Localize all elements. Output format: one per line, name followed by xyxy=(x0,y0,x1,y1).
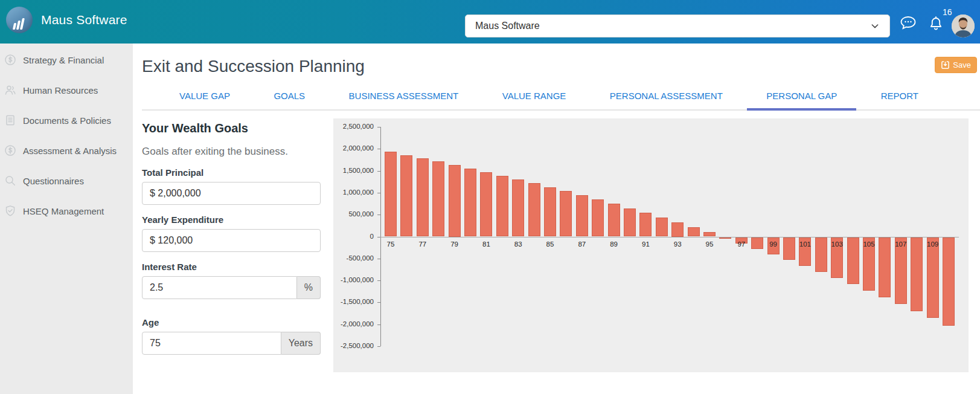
bar-age-83 xyxy=(512,179,524,237)
years-addon: Years xyxy=(281,332,321,355)
bar-age-79 xyxy=(449,165,461,237)
bar-age-82 xyxy=(496,176,508,237)
bar-age-89 xyxy=(608,204,620,236)
tab-value-gap[interactable]: VALUE GAP xyxy=(160,84,249,111)
chart-x-tick-label: 87 xyxy=(574,241,591,248)
wealth-goals-form: Your Wealth Goals Goals after exiting th… xyxy=(142,118,321,372)
chart-y-tick-label: -500,000 xyxy=(333,254,374,262)
chart-x-tick-label: 97 xyxy=(733,241,750,248)
total-principal-input[interactable] xyxy=(142,182,321,205)
sidebar-item-label: Human Resources xyxy=(23,85,98,95)
sidebar-item-questionnaires[interactable]: Questionnaires xyxy=(0,166,133,196)
bar-age-90 xyxy=(624,208,636,237)
chart-y-tick xyxy=(377,325,380,325)
sidebar-item-documents-policies[interactable]: Documents & Policies xyxy=(0,105,133,135)
bar-age-88 xyxy=(592,199,604,236)
chart-x-tick-label: 83 xyxy=(510,241,527,248)
chart-y-tick-label: 0 xyxy=(333,233,374,240)
sidebar-item-label: Assessment & Analysis xyxy=(23,146,117,156)
sidebar: Strategy & Financial Human Resources Doc… xyxy=(0,44,133,394)
tab-personal-gap[interactable]: PERSONAL GAP xyxy=(747,84,856,111)
sidebar-item-label: Strategy & Financial xyxy=(23,55,104,65)
chart-y-tick-label: 2,500,000 xyxy=(333,123,374,130)
chart-x-tick-label: 91 xyxy=(637,241,654,248)
organization-select-value: Maus Software xyxy=(475,21,870,31)
age-input[interactable] xyxy=(142,332,281,355)
chart-y-tick-label: 1,000,000 xyxy=(333,189,374,196)
sidebar-item-assessment-analysis[interactable]: Assessment & Analysis xyxy=(0,135,133,166)
sidebar-item-label: Questionnaires xyxy=(23,176,84,186)
chart-x-tick-label: 75 xyxy=(382,241,399,248)
top-header: Maus Software Maus Software 16 xyxy=(0,0,980,44)
search-icon xyxy=(4,175,16,187)
chart-x-tick-label: 99 xyxy=(765,241,782,248)
personal-gap-chart: 2,500,0002,000,0001,500,0001,000,000500,… xyxy=(333,118,969,372)
dollar-circle-icon xyxy=(4,144,16,157)
chart-x-tick-label: 105 xyxy=(860,241,877,248)
chart-y-tick xyxy=(377,302,380,303)
bar-age-80 xyxy=(464,169,476,237)
chart-x-tick-label: 89 xyxy=(606,241,623,248)
tab-value-range[interactable]: VALUE RANGE xyxy=(483,84,586,111)
sidebar-item-human-resources[interactable]: Human Resources xyxy=(0,75,133,105)
sidebar-item-label: Documents & Policies xyxy=(23,115,111,126)
interest-rate-input[interactable] xyxy=(142,276,297,299)
brand-title: Maus Software xyxy=(41,13,127,27)
bar-age-93 xyxy=(671,222,684,237)
bar-age-100 xyxy=(783,237,795,260)
interest-rate-label: Interest Rate xyxy=(142,262,321,272)
brand: Maus Software xyxy=(6,7,127,33)
bar-age-91 xyxy=(639,213,652,236)
bar-age-104 xyxy=(847,237,859,285)
chart-x-tick-label: 107 xyxy=(892,241,909,248)
total-principal-label: Total Principal xyxy=(142,167,321,178)
chart-x-tick-label: 85 xyxy=(542,241,559,248)
tab-goals[interactable]: GOALS xyxy=(254,84,324,111)
chart-x-tick-label: 77 xyxy=(414,241,431,248)
document-icon xyxy=(4,114,16,126)
main-content: Exit and Succession Planning Save VALUE … xyxy=(133,44,980,394)
chart-y-tick-label: -1,000,000 xyxy=(333,276,374,283)
chart-y-tick xyxy=(377,259,380,259)
bar-age-98 xyxy=(751,237,763,249)
notifications-bell-icon[interactable] xyxy=(929,16,943,34)
chart-x-tick-label: 101 xyxy=(796,241,813,248)
chart-x-tick-label: 81 xyxy=(478,241,495,248)
tab-business-assessment[interactable]: BUSINESS ASSESSMENT xyxy=(330,84,478,111)
chart-y-tick-label: 1,500,000 xyxy=(333,167,374,174)
organization-select[interactable]: Maus Software xyxy=(465,15,890,37)
bar-age-95 xyxy=(703,232,716,236)
chart-y-tick xyxy=(377,171,380,172)
bar-age-96 xyxy=(719,237,731,239)
chart-y-tick xyxy=(377,149,380,149)
bar-age-78 xyxy=(432,161,444,236)
save-button-label: Save xyxy=(953,60,971,69)
bar-age-110 xyxy=(943,237,955,326)
bar-age-84 xyxy=(528,183,540,236)
bar-age-75 xyxy=(385,152,397,236)
chart-y-tick-label: 2,000,000 xyxy=(333,144,374,152)
tab-personal-assessment[interactable]: PERSONAL ASSESSMENT xyxy=(591,84,742,111)
chart-y-tick-label: 500,000 xyxy=(333,210,374,218)
chart-y-tick-label: -2,500,000 xyxy=(333,342,374,349)
chart-x-tick-label: 79 xyxy=(446,241,463,248)
bar-age-85 xyxy=(544,187,556,237)
bar-age-106 xyxy=(879,237,891,298)
sidebar-item-hseq-management[interactable]: HSEQ Management xyxy=(0,196,133,226)
user-avatar[interactable] xyxy=(952,15,975,37)
bar-age-76 xyxy=(400,155,412,237)
yearly-expenditure-input[interactable] xyxy=(142,229,321,252)
form-subheading: Goals after exiting the business. xyxy=(142,146,321,158)
save-button[interactable]: Save xyxy=(935,57,977,73)
page-title: Exit and Succession Planning xyxy=(142,57,980,76)
tab-report[interactable]: REPORT xyxy=(862,84,938,111)
sidebar-item-label: HSEQ Management xyxy=(23,206,104,216)
chart-y-tick-label: -1,500,000 xyxy=(333,298,374,305)
chat-icon[interactable] xyxy=(900,16,917,33)
bar-age-108 xyxy=(911,237,923,311)
chart-x-tick-label: 95 xyxy=(701,241,718,248)
chart-y-tick xyxy=(377,127,380,128)
bar-age-86 xyxy=(560,191,572,236)
sidebar-item-strategy-financial[interactable]: Strategy & Financial xyxy=(0,45,133,75)
save-icon xyxy=(941,60,950,69)
